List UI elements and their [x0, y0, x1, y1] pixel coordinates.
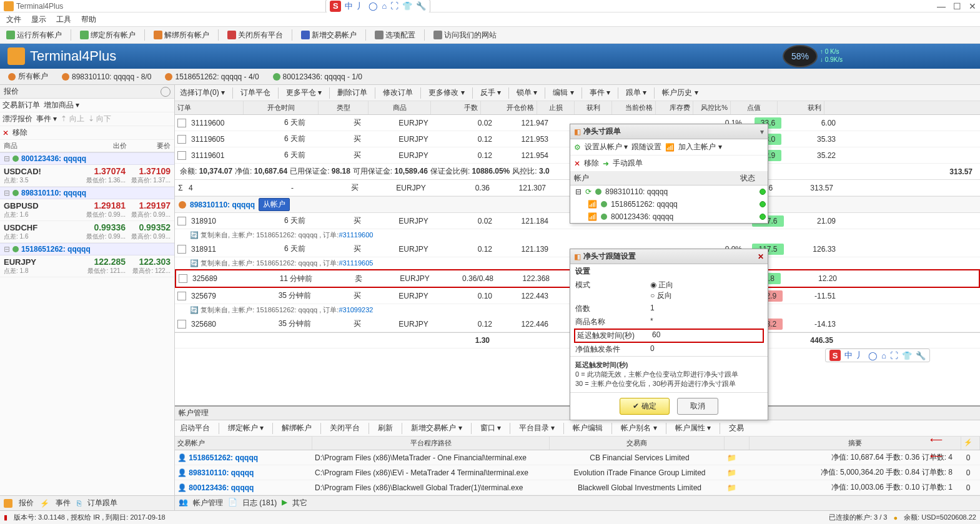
- column-header[interactable]: 风控比%: [693, 101, 731, 114]
- equity-value[interactable]: 0: [650, 344, 655, 355]
- add-symbol-button[interactable]: 增加商品 ▾: [44, 100, 79, 111]
- account-tab[interactable]: 898310110: qqqqq - 8/0: [56, 71, 157, 83]
- account-row[interactable]: 👤 800123436: qqqqqD:\Program Files (x86)…: [175, 480, 980, 495]
- dialog-header[interactable]: ◧ 净头寸跟随设置 ✕: [570, 249, 768, 264]
- account-tool-button[interactable]: 刷新: [375, 422, 395, 435]
- tab-account-manage[interactable]: 帐户管理: [193, 498, 223, 508]
- cancel-button[interactable]: 取消: [677, 398, 718, 415]
- column-header[interactable]: 商品: [369, 101, 431, 114]
- order-tool-button[interactable]: 更多平仓 ▾: [284, 86, 324, 99]
- account-tool-button[interactable]: 窗口 ▾: [478, 422, 503, 435]
- order-tool-button[interactable]: 订单平仓: [238, 86, 273, 99]
- close-button[interactable]: ✕: [969, 1, 976, 11]
- order-tool-button[interactable]: 跟单 ▾: [623, 86, 649, 99]
- account-tab[interactable]: 1518651262: qqqqq - 4/0: [159, 71, 264, 83]
- checkbox[interactable]: [177, 119, 186, 127]
- dropdown-icon[interactable]: ▾: [760, 127, 764, 136]
- ime-bar-2[interactable]: S 中 丿 ◯ ⌂ ⛶ 👕 🔧: [825, 349, 930, 362]
- radio-reverse[interactable]: ○ 反向: [650, 291, 672, 300]
- column-header[interactable]: 订单: [175, 101, 244, 114]
- column-header[interactable]: 开仓时间: [244, 101, 319, 114]
- toolbar-button[interactable]: 选项配置: [372, 29, 418, 42]
- ime-bar[interactable]: S 中 丿 ◯ ⌂ ⛶ 👕 🔧: [325, 0, 430, 13]
- toolbar-button[interactable]: 访问我们的网站: [431, 29, 499, 42]
- order-tool-button[interactable]: 反手 ▾: [478, 86, 503, 99]
- column-header[interactable]: 库存费: [656, 101, 693, 114]
- tab-all-accounts[interactable]: 所有帐户: [2, 69, 54, 84]
- follow-settings-button[interactable]: 跟随设置: [631, 142, 661, 152]
- column-header[interactable]: 当前价格: [612, 101, 656, 114]
- account-tab[interactable]: 800123436: qqqqq - 1/0: [267, 71, 368, 83]
- manual-follow-button[interactable]: 手动跟单: [613, 158, 643, 169]
- float-quote-button[interactable]: 漂浮报价: [2, 114, 32, 124]
- checkbox[interactable]: [177, 217, 186, 225]
- menu-file[interactable]: 文件: [6, 14, 21, 25]
- account-tool-button[interactable]: 新增交易帐户 ▾: [408, 422, 464, 435]
- account-tool-button[interactable]: 解绑帐户: [279, 422, 314, 435]
- delay-value[interactable]: 60: [652, 330, 660, 341]
- panel-header[interactable]: ◧ 净头寸跟单 ▾: [570, 124, 768, 139]
- symbol-row[interactable]: GBPUSD1.291811.29197点差: 1.6最低价: 0.99...最…: [0, 199, 174, 221]
- set-from-account-button[interactable]: 设置从帐户 ▾: [585, 142, 628, 152]
- order-tool-button[interactable]: 编辑 ▾: [550, 86, 576, 99]
- tree-node[interactable]: ⊟⟳898310110: qqqqq: [570, 185, 768, 198]
- symbol-value[interactable]: *: [650, 317, 653, 327]
- toolbar-button[interactable]: 绑定所有帐户: [77, 29, 138, 42]
- search-icon[interactable]: [161, 87, 171, 97]
- account-header[interactable]: ⊟800123436: qqqqq: [0, 152, 174, 165]
- move-up-button[interactable]: ⇡ 向上: [61, 114, 84, 124]
- column-header[interactable]: 止损: [537, 101, 575, 114]
- symbol-row[interactable]: USDCHF0.993360.99352点差: 1.6最低价: 0.99...最…: [0, 221, 174, 243]
- account-tool-button[interactable]: 绑定帐户 ▾: [225, 422, 266, 435]
- tab-log[interactable]: 日志 (181): [242, 498, 277, 508]
- account-row[interactable]: 👤 898310110: qqqqqC:\Program Files (x86)…: [175, 465, 980, 480]
- toolbar-button[interactable]: 关闭所有平台: [225, 29, 285, 42]
- close-icon[interactable]: ✕: [758, 252, 764, 261]
- menu-help[interactable]: 帮助: [81, 14, 96, 25]
- tab-order-follow[interactable]: 订单跟单: [87, 498, 117, 508]
- checkbox[interactable]: [177, 292, 186, 300]
- account-header[interactable]: ⊟1518651262: qqqqq: [0, 243, 174, 255]
- column-header[interactable]: 获利: [575, 101, 612, 114]
- checkbox[interactable]: [177, 135, 186, 144]
- toolbar-button[interactable]: 新增交易帐户: [299, 29, 359, 42]
- symbol-row[interactable]: EURJPY122.285122.303点差: 1.8最低价: 121...最高…: [0, 255, 174, 277]
- toolbar-button[interactable]: 解绑所有帐户: [151, 29, 212, 42]
- account-tool-button[interactable]: 交易: [726, 422, 746, 435]
- events-button[interactable]: 事件 ▾: [36, 114, 57, 124]
- new-order-button[interactable]: 交易新订单: [2, 100, 40, 111]
- order-tool-button[interactable]: 删除订单: [335, 86, 370, 99]
- tab-events[interactable]: 事件: [56, 498, 71, 508]
- move-down-button[interactable]: ⇣ 向下: [88, 114, 111, 124]
- account-tool-button[interactable]: 帐户属性 ▾: [673, 422, 713, 435]
- checkbox[interactable]: [179, 274, 187, 283]
- maximize-button[interactable]: ☐: [953, 1, 961, 11]
- remove-button[interactable]: 移除: [12, 127, 27, 138]
- column-header[interactable]: 获利: [778, 101, 824, 114]
- toolbar-button[interactable]: 运行所有帐户: [4, 29, 64, 42]
- symbol-row[interactable]: USDCAD!1.370741.37109点差: 3.5最低价: 1.36...…: [0, 165, 174, 187]
- checkbox[interactable]: [177, 320, 186, 329]
- checkbox[interactable]: [177, 245, 186, 254]
- order-tool-button[interactable]: 锁单 ▾: [514, 86, 540, 99]
- order-tool-button[interactable]: 事件 ▾: [587, 86, 613, 99]
- menu-view[interactable]: 显示: [31, 14, 46, 25]
- column-header[interactable]: 手数: [431, 101, 481, 114]
- add-master-button[interactable]: 加入主帐户 ▾: [678, 142, 721, 152]
- column-header[interactable]: 开仓价格: [481, 101, 537, 114]
- menu-tools[interactable]: 工具: [56, 14, 71, 25]
- multiplier-value[interactable]: 1: [650, 304, 655, 314]
- order-tool-button[interactable]: 修改订单: [380, 86, 415, 99]
- account-tool-button[interactable]: 帐户别名 ▾: [618, 422, 659, 435]
- tab-quotes[interactable]: 报价: [19, 498, 34, 508]
- tree-node[interactable]: 📶1518651262: qqqqq: [570, 198, 768, 210]
- column-header[interactable]: 点值: [731, 101, 778, 114]
- radio-forward[interactable]: ◉ 正向: [650, 280, 673, 289]
- account-tool-button[interactable]: 平台目录 ▾: [517, 422, 557, 435]
- order-tool-button[interactable]: 帐户历史 ▾: [660, 86, 700, 99]
- tab-other[interactable]: 其它: [292, 498, 307, 508]
- account-tool-button[interactable]: 帐户编辑: [570, 422, 605, 435]
- remove-button[interactable]: 移除: [584, 158, 599, 169]
- account-row[interactable]: 👤 1518651262: qqqqqD:\Program Files (x86…: [175, 450, 980, 465]
- order-tool-button[interactable]: 更多修改 ▾: [426, 86, 467, 99]
